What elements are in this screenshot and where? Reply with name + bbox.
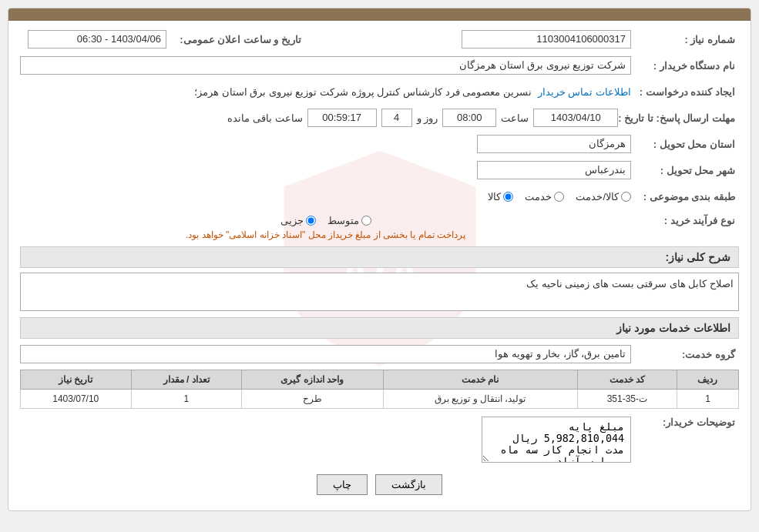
tarikh-label: تاریخ و ساعت اعلان عمومی:: [166, 34, 305, 45]
cell-tarikh: 1403/07/10: [21, 390, 132, 409]
tarikh-value: 1403/04/06 - 06:30: [28, 30, 166, 49]
col-radif: ردیف: [677, 370, 738, 390]
service-section-label: اطلاعات خدمات مورد نیاز: [616, 322, 730, 334]
noeFarayand-desc: پرداخت تمام یا بخشی از مبلغ خریداز محل "…: [186, 229, 465, 240]
radio-khedmat-item: خدمت: [525, 191, 564, 202]
etelaatTamas-link[interactable]: اطلاعات تماس خریدار: [538, 86, 631, 98]
tosihaat-label: توضیحات خریدار:: [631, 417, 739, 428]
tosihaat-value: [482, 417, 631, 463]
ostan-value: هرمزگان: [477, 135, 631, 153]
mohlat-hour: 08:00: [442, 109, 496, 127]
service-section-header: اطلاعات خدمات مورد نیاز: [20, 317, 739, 339]
cell-radif: 1: [677, 390, 738, 409]
mohlat-day-label: روز و: [417, 112, 438, 124]
radio-khedmat-label: خدمت: [525, 191, 552, 202]
mohlat-label: مهلت ارسال پاسخ: تا تاریخ :: [618, 112, 739, 124]
radio-kala-khedmat-label: کالا/خدمت: [576, 191, 619, 202]
col-tedad: تعداد / مقدار: [131, 370, 241, 390]
mohlat-remain-label: ساعت باقی مانده: [227, 112, 302, 124]
col-name: نام خدمت: [383, 370, 577, 390]
shomareNiaz-label: شماره نیاز :: [631, 34, 739, 45]
service-table: ردیف کد خدمت نام خدمت واحد اندازه گیری ت…: [20, 370, 739, 409]
col-tarikh: تاریخ نیاز: [21, 370, 132, 390]
shahr-label: شهر محل تحویل :: [631, 165, 739, 176]
mohlat-date: 1403/04/10: [533, 109, 618, 127]
radio-kala-khedmat[interactable]: [621, 192, 631, 202]
col-kod: کد خدمت: [577, 370, 677, 390]
ijadKonande-label: ایجاد کننده درخواست :: [631, 86, 739, 98]
radio-jozvi[interactable]: [306, 216, 316, 226]
radio-jozvi-item: جزیی: [280, 215, 316, 226]
back-button[interactable]: بازگشت: [375, 474, 442, 495]
noeFarayand-label: نوع فرآیند خرید :: [631, 215, 739, 226]
panel-header: [8, 8, 751, 21]
radio-jozvi-label: جزیی: [280, 215, 304, 226]
mohlat-remain: 00:59:17: [307, 109, 377, 127]
shomareNiaz-value: 1103004106000317: [462, 30, 631, 49]
ostan-label: استان محل تحویل :: [631, 139, 739, 150]
sharh-value: اصلاح کابل های سرقتی بست های زمینی ناحیه…: [20, 273, 739, 311]
radio-kala-label: کالا: [488, 191, 501, 202]
grohe-khedmat-label: گروه خدمت:: [631, 349, 739, 360]
radio-motavasset-item: متوسط: [327, 215, 371, 226]
cell-kod: ت-35-351: [577, 390, 677, 409]
sharh-label: شرح کلی نیاز:: [666, 251, 730, 263]
print-button[interactable]: چاپ: [317, 474, 368, 495]
radio-kala[interactable]: [503, 192, 513, 202]
namDastgah-value: شرکت توزیع نیروی برق استان هرمزگان: [20, 56, 631, 75]
table-row: 1ت-35-351تولید، انتقال و توزیع برقطرح114…: [21, 390, 739, 409]
cell-tedad: 1: [131, 390, 241, 409]
radio-motavasset-label: متوسط: [327, 215, 359, 226]
button-row: بازگشت چاپ: [20, 474, 739, 503]
mohlat-hour-label: ساعت: [501, 112, 529, 124]
cell-vahed: طرح: [241, 390, 383, 409]
radio-kala-item: کالا: [488, 191, 513, 202]
col-vahed: واحد اندازه گیری: [241, 370, 383, 390]
radio-motavasset[interactable]: [361, 216, 371, 226]
radio-khedmat[interactable]: [554, 192, 564, 202]
shahr-value: بندرعباس: [477, 161, 631, 179]
mohlat-days: 4: [381, 109, 412, 127]
namDastgah-label: نام دستگاه خریدار :: [631, 60, 739, 72]
radio-kala-khedmat-item: کالا/خدمت: [576, 191, 631, 202]
sharh-section-header: شرح کلی نیاز:: [20, 246, 739, 268]
grohe-khedmat-value: تامین برق، گاز، بخار و تهویه هوا: [20, 345, 631, 363]
tabagheBandi-label: طبقه بندی موضوعی :: [631, 191, 739, 202]
ijadKonande-value: نسرین معصومی فرد کارشناس کنترل پروژه شرک…: [194, 86, 532, 98]
cell-name: تولید، انتقال و توزیع برق: [383, 390, 577, 409]
